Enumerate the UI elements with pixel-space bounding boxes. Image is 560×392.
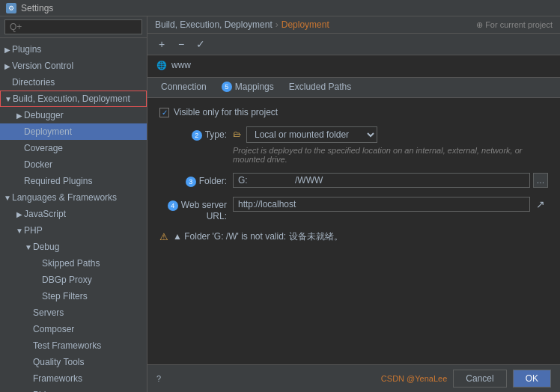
sidebar-item-skipped-paths[interactable]: Skipped Paths bbox=[0, 255, 147, 272]
sidebar-item-label-javascript: JavaScript bbox=[24, 209, 144, 219]
tree-arrow-languages-frameworks: ▼ bbox=[3, 193, 12, 202]
sidebar-item-label-test-frameworks: Test Frameworks bbox=[33, 340, 144, 351]
url-open-button[interactable]: ↗ bbox=[533, 197, 548, 212]
sidebar-item-phing[interactable]: Phing bbox=[0, 387, 147, 392]
webserver-step-num: 4 bbox=[168, 200, 178, 211]
visible-check-label: Visible only for this project bbox=[174, 107, 278, 117]
sidebar-item-version-control[interactable]: ▶Version Control bbox=[0, 58, 147, 74]
type-select-wrap: 🗁 Local or mounted folder FTP SFTP Remot… bbox=[233, 126, 548, 143]
sidebar-item-label-plugins: Plugins bbox=[12, 44, 144, 55]
sidebar-item-label-build-execution-deployment: Build, Execution, Deployment bbox=[13, 94, 143, 104]
sidebar-item-composer[interactable]: Composer bbox=[0, 321, 147, 337]
sidebar-item-directories[interactable]: Directories bbox=[0, 74, 147, 91]
webserver-control: ↗ bbox=[233, 197, 548, 212]
sidebar-item-label-debugger: Debugger bbox=[24, 110, 144, 120]
folder-field-row: 3Folder: … bbox=[159, 173, 548, 188]
sidebar-item-step-filters[interactable]: Step Filters bbox=[0, 288, 147, 304]
csdn-badge: CSDN @YenaLee bbox=[381, 374, 447, 383]
sidebar-item-label-php: PHP bbox=[24, 225, 144, 236]
content-area: ✓ Visible only for this project 2Type: 🗁… bbox=[147, 98, 560, 364]
sidebar-item-docker[interactable]: Docker bbox=[0, 156, 147, 173]
server-list: 🌐 www bbox=[147, 55, 560, 78]
sidebar-item-javascript[interactable]: ▶JavaScript bbox=[0, 206, 147, 222]
tree-arrow-frameworks bbox=[24, 374, 33, 383]
sidebar-item-label-frameworks: Frameworks bbox=[33, 373, 144, 384]
type-step-num: 2 bbox=[192, 130, 202, 141]
sidebar-item-languages-frameworks[interactable]: ▼Languages & Frameworks bbox=[0, 189, 147, 206]
warning-row: ⚠ ▲ Folder 'G: /W' is not valid: 设备未就绪。 bbox=[159, 230, 548, 243]
sidebar-item-label-debug: Debug bbox=[33, 242, 144, 252]
sidebar-item-dbgp-proxy[interactable]: DBGp Proxy bbox=[0, 272, 147, 288]
main-layout: ▶Plugins▶Version ControlDirectories▼Buil… bbox=[0, 16, 560, 392]
sidebar-item-frameworks[interactable]: Frameworks bbox=[0, 370, 147, 387]
search-input[interactable] bbox=[4, 19, 142, 34]
folder-type-icon: 🗁 bbox=[233, 129, 243, 140]
folder-input[interactable] bbox=[233, 173, 530, 188]
sidebar-item-label-deployment: Deployment bbox=[24, 126, 144, 137]
sidebar-item-label-docker: Docker bbox=[24, 159, 144, 170]
sidebar-item-label-step-filters: Step Filters bbox=[42, 291, 144, 301]
tree-arrow-required-plugins bbox=[15, 177, 24, 186]
sidebar-item-debugger[interactable]: ▶Debugger bbox=[0, 107, 147, 123]
sidebar-item-label-directories: Directories bbox=[12, 77, 144, 88]
visible-checkbox[interactable]: ✓ bbox=[159, 108, 169, 117]
breadcrumb-sep: › bbox=[276, 19, 279, 30]
tree-arrow-step-filters bbox=[33, 292, 42, 301]
check-button[interactable]: ✓ bbox=[192, 36, 209, 52]
sidebar-item-test-frameworks[interactable]: Test Frameworks bbox=[0, 337, 147, 354]
sidebar-item-label-required-plugins: Required Plugins bbox=[24, 176, 144, 186]
sidebar-item-php[interactable]: ▼PHP bbox=[0, 222, 147, 239]
sidebar-item-label-languages-frameworks: Languages & Frameworks bbox=[12, 192, 144, 203]
warning-icon: ⚠ bbox=[159, 231, 168, 242]
type-control: 🗁 Local or mounted folder FTP SFTP Remot… bbox=[233, 126, 548, 164]
sidebar-item-servers[interactable]: Servers bbox=[0, 304, 147, 321]
add-button[interactable]: + bbox=[153, 36, 170, 52]
sidebar-item-quality-tools[interactable]: Quality Tools bbox=[0, 354, 147, 370]
sidebar-item-label-coverage: Coverage bbox=[24, 143, 144, 153]
url-input-row: ↗ bbox=[233, 197, 548, 212]
sidebar-item-label-version-control: Version Control bbox=[12, 61, 144, 71]
help-button[interactable]: ? bbox=[156, 374, 161, 383]
tab-connection[interactable]: Connection bbox=[153, 78, 214, 97]
url-input[interactable] bbox=[233, 197, 530, 212]
tree-arrow-php: ▼ bbox=[15, 226, 24, 235]
window-title: Settings bbox=[21, 3, 53, 13]
tab-excluded-paths[interactable]: Excluded Paths bbox=[281, 78, 359, 97]
tree-arrow-composer bbox=[24, 325, 33, 334]
sidebar-item-deployment[interactable]: Deployment bbox=[0, 123, 147, 140]
tree-container: ▶Plugins▶Version ControlDirectories▼Buil… bbox=[0, 38, 147, 392]
tree-arrow-directories bbox=[3, 78, 12, 87]
right-panel: Build, Execution, Deployment › Deploymen… bbox=[147, 16, 560, 392]
sidebar-item-coverage[interactable]: Coverage bbox=[0, 140, 147, 156]
tree-arrow-debug: ▼ bbox=[24, 242, 33, 251]
tree-arrow-javascript: ▶ bbox=[15, 209, 24, 218]
folder-browse-button[interactable]: … bbox=[533, 173, 548, 188]
settings-icon: ⚙ bbox=[6, 3, 16, 13]
tree-arrow-test-frameworks bbox=[24, 341, 33, 350]
remove-button[interactable]: − bbox=[173, 36, 189, 52]
server-item[interactable]: 🌐 www bbox=[153, 58, 554, 72]
ok-button[interactable]: OK bbox=[513, 370, 551, 388]
tab-mappings[interactable]: 5 Mappings bbox=[214, 78, 281, 97]
sidebar-item-build-execution-deployment[interactable]: ▼Build, Execution, Deployment bbox=[0, 91, 147, 107]
warning-text: ▲ Folder 'G: /W' is not valid: 设备未就绪。 bbox=[173, 230, 343, 243]
cancel-button[interactable]: Cancel bbox=[453, 370, 506, 388]
webserver-field-row: 4Web server URL: ↗ bbox=[159, 197, 548, 221]
type-field-row: 2Type: 🗁 Local or mounted folder FTP SFT… bbox=[159, 126, 548, 164]
sidebar-item-required-plugins[interactable]: Required Plugins bbox=[0, 173, 147, 189]
type-select[interactable]: Local or mounted folder FTP SFTP Remote … bbox=[246, 126, 377, 143]
breadcrumb-parent: Build, Execution, Deployment bbox=[155, 19, 273, 30]
folder-input-row: … bbox=[233, 173, 548, 188]
tree-arrow-skipped-paths bbox=[33, 259, 42, 268]
sidebar-item-plugins[interactable]: ▶Plugins bbox=[0, 41, 147, 58]
tree-arrow-deployment bbox=[15, 127, 24, 136]
tree-arrow-docker bbox=[15, 160, 24, 169]
sidebar-item-label-quality-tools: Quality Tools bbox=[33, 357, 144, 367]
tree-arrow-quality-tools bbox=[24, 358, 33, 367]
search-bar[interactable] bbox=[0, 16, 147, 38]
sidebar-item-debug[interactable]: ▼Debug bbox=[0, 239, 147, 255]
tree-arrow-coverage bbox=[15, 144, 24, 153]
server-name: www bbox=[171, 60, 191, 70]
sidebar-item-label-composer: Composer bbox=[33, 324, 144, 334]
type-hint: Project is deployed to the specified loc… bbox=[233, 146, 548, 164]
